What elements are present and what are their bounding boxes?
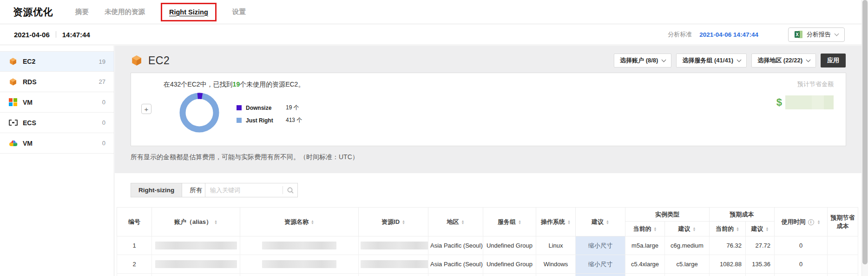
tab-right-sizing[interactable]: Right-sizing — [131, 183, 182, 197]
col-header-region[interactable]: 地区▲▼ — [428, 208, 483, 236]
redacted-savings-amount — [785, 95, 834, 109]
sort-icon: ▲▼ — [214, 220, 217, 224]
nav-tab-summary[interactable]: 摘要 — [75, 7, 89, 16]
search-icon[interactable] — [283, 187, 297, 194]
legend-swatch-justright — [237, 118, 242, 123]
summary-sentence: 在432个EC2中，已找到19个未使用的资源EC2。 — [164, 81, 304, 89]
cell-account-redacted — [152, 255, 240, 274]
analysis-report-button[interactable]: X 分析报告 — [788, 27, 845, 42]
col-header-suggestion[interactable]: 建议▲▼ — [576, 208, 625, 236]
sidebar-item-count: 0 — [102, 140, 105, 147]
cell-os: Windows — [536, 255, 576, 274]
cell-suggestion: 缩小尺寸 — [576, 236, 625, 255]
sidebar-item-ecs[interactable]: ECS 0 — [0, 113, 114, 133]
cell-no: 2 — [117, 255, 152, 274]
vertical-scrollbar[interactable] — [861, 0, 868, 276]
expand-button[interactable]: + — [141, 104, 151, 114]
summary-panel: + 在432个EC2中，已找到19个未使用的资源EC2。 Downsize 19… — [131, 73, 846, 146]
sort-icon: ▲▼ — [766, 227, 769, 231]
col-header-cost-suggested[interactable]: 建议▲▼ — [746, 222, 775, 236]
app-title: 资源优化 — [13, 6, 53, 19]
select-region-dropdown[interactable]: 选择地区 (22/22) — [751, 54, 816, 67]
sidebar-item-count: 0 — [102, 99, 105, 106]
analysis-standard-label: 分析标准 — [668, 30, 692, 39]
alibaba-cloud-icon — [8, 118, 18, 128]
cell-resource-id-redacted — [359, 255, 428, 274]
sidebar-item-count: 27 — [99, 78, 105, 85]
table-row[interactable]: 1 Asia Pacific (Seoul) Undefined Group L… — [117, 236, 858, 255]
col-header-instance-current[interactable]: 当前的▲▼ — [625, 222, 665, 236]
sidebar-item-ec2[interactable]: EC2 19 — [0, 51, 114, 72]
legend-item-justright: Just Right 413 个 — [237, 116, 302, 124]
apply-button[interactable]: 应用 — [821, 54, 846, 67]
col-header-account[interactable]: 账户（alias）▲▼ — [152, 208, 240, 236]
table-row-partial — [117, 274, 858, 276]
search-input[interactable] — [205, 187, 283, 194]
cell-usage-time: 0 — [775, 236, 828, 255]
sort-icon: ▲▼ — [402, 220, 405, 224]
current-datetime: 2021-04-06 14:47:44 — [14, 31, 90, 39]
sort-icon: ▲▼ — [567, 220, 571, 224]
cell-expected-savings — [828, 236, 858, 255]
cell-no: 1 — [117, 236, 152, 255]
sidebar-item-azure-vm[interactable]: VM 0 — [0, 92, 114, 113]
current-date: 2021-04-06 — [14, 31, 50, 39]
sidebar-item-rds[interactable]: RDS 27 — [0, 72, 114, 92]
table-section: Right-sizing 所有 — [115, 173, 868, 276]
col-header-instance-suggested[interactable]: 建议▲▼ — [665, 222, 710, 236]
scrollbar-thumb[interactable] — [862, 0, 868, 264]
microsoft-icon — [8, 98, 18, 107]
cell-expected-savings — [828, 255, 858, 274]
sort-icon: ▲▼ — [693, 227, 696, 231]
col-header-resource-name[interactable]: 资源名称▲▼ — [240, 208, 359, 236]
col-header-usage-time[interactable]: 使用时间▲▼ — [775, 208, 828, 236]
datetime-divider — [56, 31, 56, 38]
cell-os: Linux — [536, 236, 576, 255]
cell-resource-name-redacted — [240, 236, 359, 255]
select-account-dropdown[interactable]: 选择账户 (8/8) — [614, 54, 671, 67]
col-header-os[interactable]: 操作系统▲▼ — [536, 208, 576, 236]
chevron-down-icon — [806, 58, 811, 62]
found-count: 19 — [233, 81, 240, 88]
col-header-service-group[interactable]: 服务组▲▼ — [483, 208, 536, 236]
top-nav: 资源优化 摘要 未使用的资源 Right Sizing 设置 — [0, 0, 868, 24]
filters: 选择账户 (8/8) 选择服务组 (41/41) 选择地区 (22/22) 应用 — [614, 54, 846, 67]
sidebar-item-label: VM — [23, 99, 33, 106]
dollar-sign: $ — [776, 96, 782, 108]
legend-item-downsize: Downsize 19 个 — [237, 104, 302, 112]
sort-icon: ▲▼ — [461, 220, 465, 224]
nav-tabs: 摘要 未使用的资源 Right Sizing 设置 — [75, 3, 246, 21]
table-wrap: 编号 账户（alias）▲▼ 资源名称▲▼ 资源ID▲▼ 地区▲▼ 服务组▲▼ … — [117, 207, 864, 276]
chevron-down-icon — [737, 58, 742, 62]
sort-icon: ▲▼ — [518, 220, 521, 224]
estimated-savings: 预计节省金额 $ — [776, 80, 834, 109]
cell-region: Asia Pacific (Seoul) — [428, 255, 483, 274]
cell-usage-time: 0 — [775, 255, 828, 274]
nav-tab-unused-resources[interactable]: 未使用的资源 — [105, 7, 145, 16]
nav-tab-right-sizing[interactable]: Right Sizing — [169, 8, 208, 16]
select-service-group-dropdown[interactable]: 选择服务组 (41/41) — [676, 54, 747, 67]
sidebar-item-gcp-vm[interactable]: VM 0 — [0, 133, 114, 154]
info-icon[interactable] — [808, 219, 814, 225]
col-header-resource-id[interactable]: 资源ID▲▼ — [359, 208, 428, 236]
aws-cube-icon — [8, 77, 18, 87]
aws-cube-icon — [131, 54, 143, 67]
cell-instance-suggested: c6g.medium — [665, 236, 710, 255]
nav-tab-settings[interactable]: 设置 — [232, 7, 246, 16]
sidebar-item-label: ECS — [23, 119, 36, 127]
cell-account-redacted — [152, 236, 240, 255]
cell-cost-suggested: 135.36 — [746, 255, 775, 274]
cell-cost-current: 1082.88 — [710, 255, 746, 274]
chart-legend: Downsize 19 个 Just Right 413 个 — [237, 104, 302, 129]
cell-service-group: Undefined Group — [483, 255, 536, 274]
page-title: EC2 — [148, 54, 170, 67]
col-group-instance-type: 实例类型 — [625, 208, 710, 222]
col-header-cost-current[interactable]: 当前的▲▼ — [710, 222, 746, 236]
table-row[interactable]: 2 Asia Pacific (Seoul) Undefined Group W… — [117, 255, 858, 274]
cell-cost-suggested: 27.72 — [746, 236, 775, 255]
col-header-no: 编号 — [117, 208, 152, 236]
sort-icon: ▲▼ — [654, 227, 657, 231]
sidebar-item-label: RDS — [23, 78, 37, 86]
cell-instance-suggested: c5.large — [665, 255, 710, 274]
sidebar-item-label: EC2 — [23, 58, 35, 65]
